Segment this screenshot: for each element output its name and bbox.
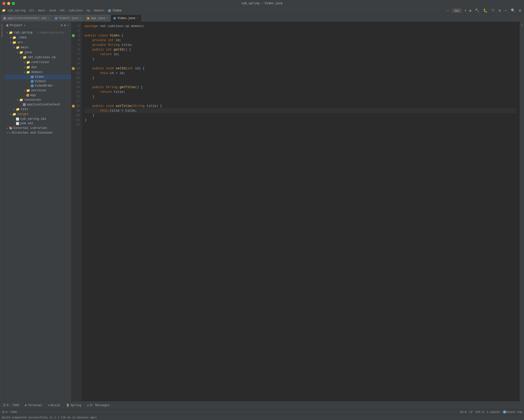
status-event-log[interactable]: 1 Event Log bbox=[503, 411, 522, 414]
code-line-2[interactable] bbox=[85, 28, 517, 33]
tab-close-3[interactable]: ✕ bbox=[107, 17, 108, 20]
bottom-tab-messages[interactable]: ✉ 0: Messages bbox=[86, 401, 110, 409]
code-token: public bbox=[92, 66, 104, 71]
tree-item-src[interactable]: ▾ 📁 src bbox=[4, 40, 71, 45]
tree-item-controller[interactable]: ▸ 📁 controller bbox=[4, 60, 71, 65]
code-line-19[interactable]: this.title = title; bbox=[85, 108, 517, 113]
tree-item-domain[interactable]: ▾ 📁 domain bbox=[4, 70, 71, 75]
minimize-button[interactable] bbox=[7, 2, 10, 5]
tree-item-servicce[interactable]: ▸ 📁 servicce bbox=[4, 88, 71, 93]
code-line-3[interactable]: public class Video { bbox=[85, 33, 517, 38]
sidebar-dropdown-icon[interactable]: ▾ bbox=[24, 24, 25, 27]
code-line-16[interactable]: } bbox=[85, 94, 517, 99]
settings-icon[interactable]: ⚙ bbox=[518, 8, 522, 13]
code-line-17[interactable] bbox=[85, 99, 517, 104]
tree-item-dao[interactable]: ▸ 📁 dao bbox=[4, 65, 71, 70]
back-icon[interactable]: ← bbox=[446, 8, 450, 13]
code-line-5[interactable]: private String title; bbox=[85, 43, 517, 47]
more-icon[interactable]: ⋯ bbox=[504, 8, 508, 13]
code-line-7[interactable]: return id; bbox=[85, 52, 517, 57]
tree-item-scratches[interactable]: ▸ ✏ Scratches and Consoles bbox=[4, 130, 71, 135]
line-number-5: 5 bbox=[71, 43, 82, 47]
code-line-20[interactable]: } bbox=[85, 113, 517, 118]
tab-close-2[interactable]: ✕ bbox=[80, 17, 82, 20]
status-position[interactable]: 20:6 bbox=[460, 411, 466, 414]
code-line-12[interactable]: } bbox=[85, 75, 517, 80]
tab-video2[interactable]: Video2.java ✕ bbox=[52, 15, 84, 22]
code-content[interactable]: package net.cybclass.sp.domain; public c… bbox=[82, 22, 520, 401]
tree-item-app[interactable]: app bbox=[4, 93, 71, 97]
breadcrumb-item-8[interactable]: domain bbox=[94, 9, 104, 12]
code-line-21[interactable]: } bbox=[85, 118, 517, 122]
code-token: id; bbox=[114, 38, 121, 43]
tree-item-root[interactable]: ▾ 📁 cyb_spring ~/IdeaProjects/cy bbox=[4, 30, 71, 35]
close-button[interactable] bbox=[2, 2, 5, 5]
tree-item-extlibs[interactable]: ▸ 📚 External Libraries bbox=[4, 126, 71, 130]
tree-item-target[interactable]: ▸ 📁 target bbox=[4, 112, 71, 117]
breadcrumb-item-1[interactable]: cyb_spring bbox=[8, 9, 26, 12]
line-number-22: 22 bbox=[71, 122, 82, 127]
tree-item-resources[interactable]: ▾ 📁 resources bbox=[4, 97, 71, 102]
build-icon[interactable]: 🔨 bbox=[474, 8, 480, 13]
tab-video[interactable]: Video.java ✕ bbox=[111, 15, 141, 22]
search-icon[interactable]: 🔍 bbox=[510, 8, 516, 13]
debug-icon[interactable]: 🐛 bbox=[482, 8, 488, 13]
status-line-endings[interactable]: LF bbox=[470, 411, 473, 414]
code-token bbox=[85, 104, 92, 109]
tree-item-test[interactable]: ▸ 📁 test bbox=[4, 107, 71, 112]
bottom-tab-terminal[interactable]: ▶ Terminal bbox=[24, 401, 43, 409]
code-line-8[interactable]: } bbox=[85, 57, 517, 61]
sidebar-locate-icon[interactable]: ⊕ bbox=[61, 23, 62, 27]
code-line-9[interactable] bbox=[85, 61, 517, 66]
tab-applicationcontext[interactable]: applicationContext.xml ✕ bbox=[1, 15, 52, 22]
status-indent[interactable]: 4 spaces bbox=[487, 411, 500, 414]
tree-item-iml[interactable]: ⬜ cyb_spring.iml bbox=[4, 117, 71, 121]
tree-item-video2[interactable]: Video2 bbox=[4, 79, 71, 84]
breadcrumb-item-4[interactable]: java bbox=[49, 9, 56, 12]
bottom-tab-build[interactable]: ⚒ Build bbox=[47, 401, 61, 409]
tree-item-idea[interactable]: ▸ 📁 .idea bbox=[4, 35, 71, 40]
breadcrumb-item-3[interactable]: main bbox=[38, 9, 45, 12]
tab-close-4[interactable]: ✕ bbox=[137, 17, 138, 20]
status-todo[interactable]: ☰ 6: TODO bbox=[2, 410, 17, 414]
sidebar-collapse-icon[interactable]: — bbox=[67, 24, 69, 27]
app-run-config[interactable]: app bbox=[452, 9, 462, 13]
code-token bbox=[106, 38, 108, 43]
favorites-label[interactable]: Favorites bbox=[0, 22, 4, 39]
code-line-11[interactable]: this.id = id; bbox=[85, 71, 517, 75]
run-button[interactable]: ▶ bbox=[470, 8, 472, 13]
bottom-tab-spring[interactable]: 🍃 Spring bbox=[65, 401, 82, 409]
bottom-tab-todo[interactable]: ☰ 6: TODO bbox=[2, 401, 20, 409]
code-line-13[interactable] bbox=[85, 80, 517, 85]
tree-item-java[interactable]: ▾ 📁 java bbox=[4, 50, 71, 55]
breadcrumb-item-9[interactable]: Video bbox=[113, 9, 122, 12]
run-config-dropdown-icon[interactable]: ▾ bbox=[464, 8, 468, 13]
sidebar-settings-icon[interactable]: ⚙ bbox=[64, 23, 66, 27]
code-line-22[interactable] bbox=[85, 122, 517, 127]
tab-app[interactable]: app.java ✕ bbox=[84, 15, 111, 22]
window-title: cyb_spring – Video.java bbox=[241, 2, 283, 5]
code-line-6[interactable]: public int getId() { bbox=[85, 47, 517, 52]
breadcrumb-item-6[interactable]: cybclass bbox=[69, 9, 83, 12]
code-line-18[interactable]: public void setTitle(String title) { bbox=[85, 104, 517, 108]
breadcrumb-item-2[interactable]: src bbox=[29, 9, 35, 12]
code-line-10[interactable]: public void setId(int id) { bbox=[85, 66, 517, 71]
breadcrumb-item-7[interactable]: sp bbox=[86, 9, 90, 12]
status-encoding[interactable]: UTF-8 bbox=[476, 411, 484, 414]
line-number-1: 1 bbox=[71, 24, 82, 28]
code-line-4[interactable]: private int id; bbox=[85, 38, 517, 43]
code-line-15[interactable]: return title; bbox=[85, 90, 517, 94]
code-line-14[interactable]: public String getTitle() { bbox=[85, 85, 517, 90]
tree-item-netcybclass[interactable]: ▾ 📁 net.cybclass.sp bbox=[4, 55, 71, 60]
tree-item-main[interactable]: ▾ 📁 main bbox=[4, 45, 71, 50]
breadcrumb-item-5[interactable]: net bbox=[60, 9, 65, 12]
tree-item-videoorder[interactable]: VideoOrder bbox=[4, 84, 71, 88]
tree-item-appcontext[interactable]: applicationContext bbox=[4, 102, 71, 107]
profile-icon[interactable]: ⚙ bbox=[498, 8, 502, 13]
tree-item-video[interactable]: Video bbox=[4, 75, 71, 79]
coverage-icon[interactable]: 🛡 bbox=[490, 8, 496, 13]
maximize-button[interactable] bbox=[12, 2, 15, 5]
tree-item-pom[interactable]: ⬜ pom.xml bbox=[4, 121, 71, 126]
tab-close-1[interactable]: ✕ bbox=[48, 17, 50, 20]
code-line-1[interactable]: package net.cybclass.sp.domain; bbox=[85, 24, 517, 28]
